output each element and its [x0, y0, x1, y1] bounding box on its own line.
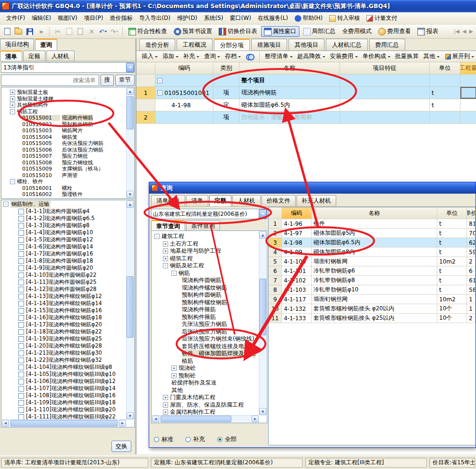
tree-item[interactable]: 010515004 钢筋笼 [1, 134, 134, 141]
delete-icon[interactable]: ✕ [86, 26, 97, 37]
col-header-price[interactable]: 单价 [467, 207, 476, 219]
cell-unit[interactable] [430, 75, 460, 86]
left-panel-tab[interactable]: 项目结构 [0, 39, 34, 50]
chapter-tree-item[interactable]: 其他 [152, 387, 267, 394]
cell-code[interactable]: - [155, 75, 213, 86]
checkbox-list-item[interactable]: [4-1-108]现浇构件螺纹钢筋III级φ16 [1, 392, 134, 399]
budget-tab[interactable]: 造价分析 [139, 39, 175, 51]
cell-name[interactable]: 自动提示：请输入名称简称 [239, 111, 340, 123]
cell-unit[interactable]: t [437, 247, 467, 256]
cell-name[interactable]: 冷轧带肋钢筋φ10 [312, 285, 437, 294]
tree-item[interactable]: - 钢筋工程 [1, 109, 134, 115]
tree-expander-icon[interactable]: + [163, 409, 168, 415]
checkbox-list-item[interactable]: [4-1-7]现浇构件圆钢筋φ16 [1, 250, 134, 257]
chapter-button[interactable]: 章节 [115, 75, 135, 86]
find-icon[interactable] [246, 54, 255, 60]
cell-unit[interactable]: 10m2 [437, 257, 467, 266]
cell-unit[interactable]: t [437, 229, 467, 238]
cell-feature[interactable] [340, 99, 430, 111]
cell-name[interactable]: 整个项目 [239, 75, 340, 86]
chapter-tree-item[interactable]: 先张法预应力钢筋 [152, 321, 267, 328]
cell-unit[interactable]: t [430, 99, 460, 111]
checkbox-icon[interactable] [18, 216, 24, 222]
cell-qty[interactable] [460, 99, 476, 111]
col-header-name[interactable]: 名称 [239, 62, 340, 74]
chapter-tree-item[interactable]: - 建筑工程 [152, 233, 267, 240]
checkbox-list-item[interactable]: [4-1-106]现浇构件螺纹钢筋III级φ12 [1, 378, 134, 385]
cell-qty[interactable] [460, 75, 476, 86]
tree-item[interactable]: 010515001 现浇构件钢筋 [1, 115, 134, 121]
checkbox-list-item[interactable]: [4-1-11]现浇构件圆钢筋φ25 [1, 279, 134, 286]
cell-code[interactable]: 4-1-102 [282, 276, 312, 285]
cell-price[interactable]: 58 [467, 285, 476, 294]
tree-expander-icon[interactable]: + [163, 241, 168, 247]
cell-unit[interactable]: t [430, 87, 460, 99]
cell-unit[interactable]: 10个 [437, 314, 467, 323]
menu-item[interactable]: 帮助(H) [291, 13, 326, 24]
cell-name[interactable]: 套筒锥形螺栓钢筋接头 φ20以内 [312, 304, 437, 313]
tree-item[interactable]: 010515005 先张法预应力钢筋 [1, 140, 134, 147]
budget-toolbar-button[interactable]: 插入 [139, 51, 160, 61]
checkbox-list-item[interactable]: [4-1-109]现浇构件螺纹钢筋III级φ18 [1, 399, 134, 406]
tree-expander-icon[interactable]: + [163, 395, 168, 400]
budget-toolbar-button[interactable]: 超高降效 [295, 51, 328, 61]
search-input[interactable] [1, 75, 99, 86]
quota-table-row[interactable]: 8 4-1-103 冷轧带肋钢筋φ10 t 58 [269, 285, 476, 295]
quota-table-row[interactable]: 11 4-1-133 套筒锥形螺栓钢筋接头 φ25以内 10个 2 [269, 314, 476, 323]
checkbox-list-item[interactable]: [4-1-4]现浇构件圆钢筋φ10 [1, 229, 134, 236]
tree-expander-icon[interactable]: - [10, 179, 15, 184]
tree-expander-icon[interactable]: - [171, 271, 177, 276]
query-window-tab[interactable]: 定额 [209, 195, 231, 206]
col-header-type[interactable]: 类别 [213, 62, 239, 74]
menu-item[interactable]: 窗口(W) [227, 13, 255, 24]
checkbox-icon[interactable] [18, 393, 24, 399]
budget-tab[interactable]: 分部分项 [214, 39, 250, 51]
window-nav-arrows[interactable]: |◀◀▶ [454, 28, 476, 34]
chapter-tree-item[interactable]: 砼搅拌制作及泵送 [152, 379, 267, 387]
chapter-tree-item[interactable]: 预制构件圆钢筋 [152, 291, 267, 299]
tree-expander-icon[interactable]: + [171, 373, 177, 378]
budget-tab[interactable]: 费用汇总 [369, 39, 405, 51]
quota-table-row[interactable]: 1 4-1-96 铁件 t 81 [269, 219, 476, 229]
menu-item[interactable]: 编辑(E) [28, 13, 54, 24]
budget-tab[interactable]: 措施项目 [251, 39, 287, 51]
checkbox-list-item[interactable]: [4-1-14]现浇构件螺纹钢筋φ14 [1, 300, 134, 307]
cell-code[interactable]: 4-1-96 [282, 219, 312, 228]
chapter-tree-item[interactable]: 植筋 [152, 358, 267, 365]
menu-item[interactable]: 造价指标 [106, 13, 136, 24]
cell-code[interactable]: 4-1-100 [282, 257, 312, 266]
cell-name[interactable]: 砌体加固筋φ6.5内 [239, 99, 340, 111]
checkbox-icon[interactable] [18, 414, 24, 420]
cell-unit[interactable]: t [437, 219, 467, 228]
query-subtab[interactable]: 条件查询 [186, 220, 220, 230]
query-window-tab[interactable]: 人材机 [232, 195, 261, 206]
cell-name[interactable]: 铁件 [312, 219, 437, 228]
checkbox-icon[interactable] [18, 400, 24, 406]
checkbox-icon[interactable] [18, 350, 24, 356]
chapter-tree-item[interactable]: 预制构件箍筋 [152, 314, 267, 321]
cell-type[interactable] [213, 75, 239, 86]
checkbox-list-item[interactable]: [4-1-12]现浇构件圆钢筋φ28 [1, 286, 134, 293]
checkbox-icon[interactable] [18, 230, 24, 236]
checkbox-icon[interactable] [18, 280, 24, 285]
tree-expander-icon[interactable]: + [171, 366, 177, 371]
checkbox-icon[interactable] [18, 329, 24, 335]
tree-item[interactable]: 010515002 预制构件钢筋 [1, 121, 134, 128]
col-header-code[interactable]: 编码 [155, 62, 213, 74]
paste-icon[interactable] [75, 26, 85, 37]
boq-table-row[interactable]: - 整个项目 [136, 75, 476, 87]
budget-toolbar-button[interactable]: 查询 [202, 51, 222, 61]
chapter-tree-vscrollbar[interactable]: ▲ ▼ [259, 231, 266, 415]
menu-item[interactable]: 导入导出(D) [136, 13, 174, 24]
cell-price[interactable]: 59 [467, 247, 476, 256]
chapter-tree-item[interactable]: + 地基处理与防护工程 [152, 247, 267, 255]
cell-unit[interactable]: t [437, 276, 467, 285]
tree-item[interactable]: - 螺栓、铁件 [1, 179, 134, 185]
menu-item[interactable]: 维护(D) [174, 13, 201, 24]
cell-price[interactable]: 2 [467, 314, 476, 323]
cell-name[interactable]: 砌体加固筋φ5内 [312, 229, 437, 238]
chapter-tree-hscrollbar[interactable]: ◀ ▶ [152, 415, 259, 422]
quota-table-row[interactable]: 3 4-1-98 砌体加固筋φ6.5内 t 62 [269, 238, 476, 247]
checkbox-icon[interactable] [18, 379, 24, 384]
open-file-button[interactable] [13, 26, 24, 37]
